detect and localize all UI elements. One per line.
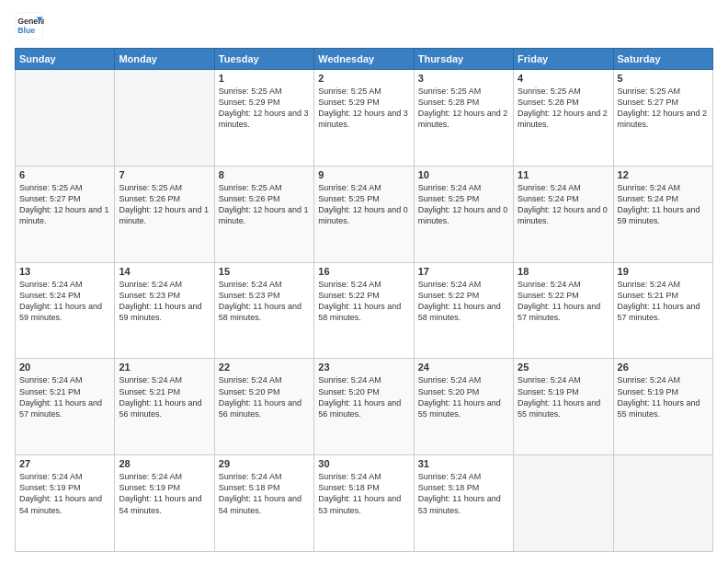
calendar-week-row: 6 Sunrise: 5:25 AM Sunset: 5:27 PM Dayli…	[16, 166, 713, 262]
day-detail: Sunrise: 5:24 AM Sunset: 5:18 PM Dayligh…	[219, 471, 310, 516]
daylight-label: Daylight: 11 hours and 58 minutes.	[219, 302, 301, 322]
col-header-monday: Monday	[115, 49, 214, 70]
sunrise-label: Sunrise: 5:24 AM	[418, 280, 482, 289]
sunset-label: Sunset: 5:19 PM	[19, 483, 81, 492]
calendar-cell: 8 Sunrise: 5:25 AM Sunset: 5:26 PM Dayli…	[214, 166, 313, 262]
day-number: 20	[19, 362, 110, 373]
daylight-label: Daylight: 11 hours and 54 minutes.	[19, 494, 102, 514]
calendar-cell: 2 Sunrise: 5:25 AM Sunset: 5:29 PM Dayli…	[314, 70, 414, 167]
daylight-label: Daylight: 11 hours and 58 minutes.	[318, 302, 401, 322]
day-detail: Sunrise: 5:24 AM Sunset: 5:19 PM Dayligh…	[518, 374, 609, 419]
sunset-label: Sunset: 5:25 PM	[318, 194, 380, 203]
day-detail: Sunrise: 5:24 AM Sunset: 5:21 PM Dayligh…	[119, 374, 210, 419]
sunrise-label: Sunrise: 5:24 AM	[618, 183, 681, 192]
logo-icon: General Blue	[15, 11, 44, 40]
day-number: 1	[219, 73, 310, 84]
sunrise-label: Sunrise: 5:25 AM	[219, 86, 282, 96]
sunrise-label: Sunrise: 5:24 AM	[119, 280, 182, 289]
calendar-cell: 15 Sunrise: 5:24 AM Sunset: 5:23 PM Dayl…	[214, 262, 313, 359]
day-detail: Sunrise: 5:24 AM Sunset: 5:22 PM Dayligh…	[518, 279, 609, 324]
calendar-week-row: 13 Sunrise: 5:24 AM Sunset: 5:24 PM Dayl…	[16, 262, 713, 359]
sunset-label: Sunset: 5:19 PM	[518, 387, 579, 396]
sunset-label: Sunset: 5:27 PM	[618, 98, 679, 107]
calendar-cell: 7 Sunrise: 5:25 AM Sunset: 5:26 PM Dayli…	[115, 166, 214, 262]
day-number: 25	[518, 362, 609, 373]
day-detail: Sunrise: 5:24 AM Sunset: 5:23 PM Dayligh…	[119, 279, 210, 324]
day-number: 28	[119, 458, 210, 469]
daylight-label: Daylight: 11 hours and 57 minutes.	[618, 302, 700, 322]
day-detail: Sunrise: 5:24 AM Sunset: 5:22 PM Dayligh…	[318, 279, 409, 324]
col-header-wednesday: Wednesday	[314, 49, 414, 70]
day-number: 16	[318, 266, 409, 277]
day-number: 21	[119, 362, 210, 373]
calendar-cell: 14 Sunrise: 5:24 AM Sunset: 5:23 PM Dayl…	[115, 262, 214, 359]
calendar-cell: 1 Sunrise: 5:25 AM Sunset: 5:29 PM Dayli…	[214, 70, 313, 167]
day-detail: Sunrise: 5:25 AM Sunset: 5:29 PM Dayligh…	[318, 86, 409, 131]
day-detail: Sunrise: 5:24 AM Sunset: 5:20 PM Dayligh…	[219, 374, 310, 419]
sunrise-label: Sunrise: 5:24 AM	[219, 375, 282, 385]
sunrise-label: Sunrise: 5:25 AM	[219, 183, 282, 192]
sunrise-label: Sunrise: 5:24 AM	[219, 280, 282, 289]
calendar-cell: 17 Sunrise: 5:24 AM Sunset: 5:22 PM Dayl…	[414, 262, 513, 359]
sunrise-label: Sunrise: 5:25 AM	[618, 86, 681, 96]
sunset-label: Sunset: 5:21 PM	[19, 387, 81, 396]
day-detail: Sunrise: 5:24 AM Sunset: 5:18 PM Dayligh…	[318, 471, 409, 516]
daylight-label: Daylight: 12 hours and 1 minute.	[119, 205, 209, 225]
sunrise-label: Sunrise: 5:24 AM	[318, 280, 381, 289]
logo: General Blue	[15, 11, 44, 40]
calendar-cell	[115, 70, 214, 167]
daylight-label: Daylight: 12 hours and 2 minutes.	[518, 109, 608, 129]
day-detail: Sunrise: 5:25 AM Sunset: 5:26 PM Dayligh…	[219, 182, 310, 227]
calendar-header-row: SundayMondayTuesdayWednesdayThursdayFrid…	[16, 49, 713, 70]
day-number: 26	[618, 362, 709, 373]
sunrise-label: Sunrise: 5:24 AM	[19, 280, 83, 289]
sunrise-label: Sunrise: 5:24 AM	[418, 375, 482, 385]
calendar-cell: 4 Sunrise: 5:25 AM Sunset: 5:28 PM Dayli…	[514, 70, 613, 167]
calendar-cell: 10 Sunrise: 5:24 AM Sunset: 5:25 PM Dayl…	[414, 166, 513, 262]
daylight-label: Daylight: 11 hours and 56 minutes.	[219, 398, 301, 419]
calendar-cell: 6 Sunrise: 5:25 AM Sunset: 5:27 PM Dayli…	[16, 166, 115, 262]
day-detail: Sunrise: 5:24 AM Sunset: 5:25 PM Dayligh…	[318, 182, 409, 227]
sunrise-label: Sunrise: 5:24 AM	[518, 183, 581, 192]
calendar-cell: 19 Sunrise: 5:24 AM Sunset: 5:21 PM Dayl…	[613, 262, 712, 359]
calendar-cell	[613, 455, 712, 552]
daylight-label: Daylight: 11 hours and 53 minutes.	[418, 494, 501, 514]
day-number: 29	[219, 458, 310, 469]
daylight-label: Daylight: 12 hours and 0 minutes.	[418, 205, 508, 225]
calendar-cell: 22 Sunrise: 5:24 AM Sunset: 5:20 PM Dayl…	[214, 359, 313, 455]
sunset-label: Sunset: 5:18 PM	[418, 483, 480, 492]
sunrise-label: Sunrise: 5:24 AM	[219, 472, 282, 481]
sunrise-label: Sunrise: 5:24 AM	[318, 472, 381, 481]
day-number: 15	[219, 266, 310, 277]
daylight-label: Daylight: 11 hours and 59 minutes.	[618, 205, 700, 225]
day-number: 8	[219, 169, 310, 180]
day-number: 6	[19, 169, 110, 180]
day-detail: Sunrise: 5:25 AM Sunset: 5:27 PM Dayligh…	[618, 86, 709, 131]
sunrise-label: Sunrise: 5:24 AM	[19, 375, 83, 385]
day-number: 7	[119, 169, 210, 180]
sunrise-label: Sunrise: 5:24 AM	[518, 280, 581, 289]
daylight-label: Daylight: 11 hours and 59 minutes.	[119, 302, 201, 322]
sunset-label: Sunset: 5:20 PM	[418, 387, 480, 396]
day-detail: Sunrise: 5:25 AM Sunset: 5:27 PM Dayligh…	[19, 182, 110, 227]
daylight-label: Daylight: 11 hours and 55 minutes.	[618, 398, 700, 419]
sunrise-label: Sunrise: 5:24 AM	[418, 183, 482, 192]
calendar-cell: 28 Sunrise: 5:24 AM Sunset: 5:19 PM Dayl…	[115, 455, 214, 552]
day-detail: Sunrise: 5:25 AM Sunset: 5:29 PM Dayligh…	[219, 86, 310, 131]
sunrise-label: Sunrise: 5:24 AM	[119, 375, 182, 385]
calendar-cell: 24 Sunrise: 5:24 AM Sunset: 5:20 PM Dayl…	[414, 359, 513, 455]
sunrise-label: Sunrise: 5:25 AM	[418, 86, 482, 96]
daylight-label: Daylight: 11 hours and 55 minutes.	[518, 398, 600, 419]
day-detail: Sunrise: 5:24 AM Sunset: 5:20 PM Dayligh…	[318, 374, 409, 419]
day-number: 22	[219, 362, 310, 373]
daylight-label: Daylight: 12 hours and 1 minute.	[19, 205, 109, 225]
day-detail: Sunrise: 5:24 AM Sunset: 5:20 PM Dayligh…	[418, 374, 509, 419]
calendar-cell: 21 Sunrise: 5:24 AM Sunset: 5:21 PM Dayl…	[115, 359, 214, 455]
sunrise-label: Sunrise: 5:25 AM	[119, 183, 182, 192]
day-number: 24	[418, 362, 509, 373]
calendar-week-row: 1 Sunrise: 5:25 AM Sunset: 5:29 PM Dayli…	[16, 70, 713, 167]
day-detail: Sunrise: 5:24 AM Sunset: 5:19 PM Dayligh…	[618, 374, 709, 419]
daylight-label: Daylight: 11 hours and 58 minutes.	[418, 302, 501, 322]
day-number: 3	[418, 73, 509, 84]
sunset-label: Sunset: 5:27 PM	[19, 194, 81, 203]
